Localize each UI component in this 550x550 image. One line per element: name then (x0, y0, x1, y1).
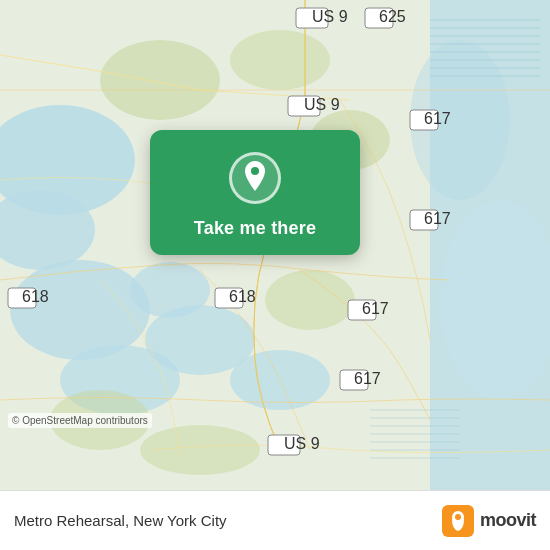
svg-point-55 (251, 167, 259, 175)
svg-text:617: 617 (362, 300, 389, 317)
take-me-there-button[interactable]: Take me there (194, 218, 316, 239)
location-icon-wrap (229, 152, 281, 204)
copyright-text: © OpenStreetMap contributors (8, 413, 152, 428)
svg-point-26 (100, 40, 220, 120)
svg-text:617: 617 (424, 110, 451, 127)
bottom-bar: Metro Rehearsal, New York City moovit (0, 490, 550, 550)
location-pin-icon (241, 161, 269, 195)
svg-text:617: 617 (354, 370, 381, 387)
svg-point-3 (10, 260, 150, 360)
svg-text:US 9: US 9 (312, 8, 348, 25)
svg-text:US 9: US 9 (304, 96, 340, 113)
moovit-logo-icon (442, 505, 474, 537)
moovit-brand-text: moovit (480, 510, 536, 531)
svg-point-58 (455, 514, 461, 520)
svg-point-30 (140, 425, 260, 475)
svg-text:625: 625 (379, 8, 406, 25)
svg-text:617: 617 (424, 210, 451, 227)
svg-text:618: 618 (229, 288, 256, 305)
moovit-logo: moovit (442, 505, 536, 537)
take-me-there-card[interactable]: Take me there (150, 130, 360, 255)
svg-text:618: 618 (22, 288, 49, 305)
svg-text:US 9: US 9 (284, 435, 320, 452)
svg-point-7 (130, 262, 210, 318)
svg-point-27 (230, 30, 330, 90)
location-name: Metro Rehearsal, New York City (14, 512, 227, 529)
map-container: US 9 US 9 US 9 625 617 617 617 617 618 6… (0, 0, 550, 490)
